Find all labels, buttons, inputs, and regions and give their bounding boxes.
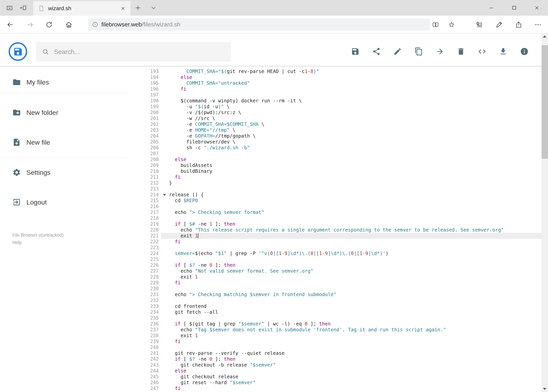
save-icon[interactable] — [351, 47, 360, 56]
code-line[interactable]: -e COMMIT_SHA=$COMMIT_SHA \ — [161, 121, 541, 127]
tab-preview-icon[interactable] — [5, 3, 14, 12]
code-line[interactable]: fi — [161, 174, 541, 180]
code-line[interactable]: fi — [161, 385, 541, 392]
code-line[interactable] — [161, 215, 541, 221]
set-tabs-aside-icon[interactable] — [19, 3, 28, 12]
site-info-icon[interactable] — [92, 21, 98, 28]
info-icon[interactable] — [520, 47, 529, 56]
scroll-down-icon[interactable] — [543, 388, 547, 390]
code-line[interactable]: -u "$(id -u)" \ — [161, 104, 541, 110]
search-box[interactable] — [36, 42, 231, 62]
new-tab-icon[interactable] — [133, 3, 142, 12]
code-line[interactable]: git fetch --all — [161, 309, 541, 315]
address-bar[interactable]: filebrowser.web/files/wizard.sh — [88, 18, 430, 30]
download-icon[interactable] — [499, 47, 507, 56]
move-icon[interactable] — [436, 47, 444, 56]
code-line[interactable]: echo "Tag $semver does not exist in subm… — [161, 327, 541, 333]
minimize-button[interactable] — [484, 2, 499, 14]
code-line[interactable]: else — [161, 157, 541, 162]
hub-icon[interactable] — [475, 20, 484, 29]
code-line[interactable]: $(command -v winpty) docker run --rm -it… — [161, 98, 541, 104]
page-scrollbar[interactable] — [541, 34, 548, 392]
tab-close-icon[interactable] — [120, 6, 126, 11]
code-line[interactable]: if [ $? -ne 0 ]; then — [161, 262, 541, 268]
close-button[interactable] — [529, 2, 545, 14]
code-line[interactable]: buildBinary — [161, 168, 541, 174]
sidebar-item-my-files[interactable]: My files — [0, 74, 126, 91]
code-line[interactable]: cd frontend — [161, 303, 541, 309]
code-line[interactable]: -e GOPATH=//tmp/gopath \ — [161, 133, 541, 139]
filebrowser-logo[interactable] — [9, 42, 27, 61]
code-line[interactable] — [161, 344, 541, 350]
code-line[interactable]: else — [161, 368, 541, 374]
code-line[interactable]: exit 1 — [161, 274, 541, 280]
scroll-up-icon[interactable] — [543, 35, 547, 38]
code-line[interactable] — [161, 186, 541, 192]
code-line[interactable]: release () { — [161, 192, 541, 198]
web-note-icon[interactable] — [495, 20, 503, 29]
code-line[interactable]: exit 1 — [161, 233, 541, 239]
code-line[interactable]: -e HOME="//tmp" \ — [161, 127, 541, 133]
code-line[interactable] — [161, 315, 541, 321]
sidebar-item-settings[interactable]: Settings — [0, 164, 126, 181]
sidebar-item-new-folder[interactable]: New folder — [0, 104, 126, 121]
code-line[interactable]: fi — [161, 86, 541, 92]
scrollbar-thumb[interactable] — [541, 45, 548, 159]
code-line[interactable]: -v /$(pwd):/src:z \ — [161, 110, 541, 115]
code-line[interactable]: cd $REPO — [161, 198, 541, 203]
code-line[interactable]: git rev-parse --verify --quiet release — [161, 350, 541, 356]
tab-list-chevron-icon[interactable] — [149, 3, 158, 12]
code-line[interactable]: -w //src \ — [161, 115, 541, 121]
delete-icon[interactable] — [457, 47, 465, 56]
code-line[interactable]: fi — [161, 239, 541, 245]
code-line[interactable] — [161, 151, 541, 157]
copy-icon[interactable] — [414, 47, 423, 56]
code-line[interactable]: buildAssets — [161, 162, 541, 168]
code-line[interactable]: filebrowser/dev \ — [161, 139, 541, 145]
code-line[interactable]: else — [161, 74, 541, 80]
code-line[interactable]: git reset --hard "$semver" — [161, 380, 541, 385]
share-file-icon[interactable] — [372, 47, 381, 56]
refresh-icon[interactable] — [45, 20, 53, 29]
code-line[interactable]: } — [161, 180, 541, 186]
code-line[interactable] — [161, 245, 541, 251]
code-line[interactable]: COMMIT_SHA="$(git rev-parse HEAD | cut -… — [161, 69, 541, 74]
reading-view-icon[interactable] — [431, 20, 440, 29]
code-line[interactable]: echo "This release script requires a sin… — [161, 227, 541, 233]
code-line[interactable] — [161, 203, 541, 210]
code-line[interactable] — [161, 92, 541, 98]
code-line[interactable]: semver=$(echo "$1" | grep -P '^v(0|[1-9]… — [161, 251, 541, 256]
help-link[interactable]: Help — [12, 239, 64, 246]
code-line[interactable] — [161, 256, 541, 262]
code-line[interactable]: COMMIT_SHA="untracked" — [161, 80, 541, 86]
code-editor[interactable]: 1931941951961971981992002012022032042052… — [142, 66, 541, 392]
code-line[interactable] — [161, 297, 541, 303]
sidebar-item-logout[interactable]: Logout — [0, 194, 126, 210]
back-icon[interactable] — [6, 20, 14, 29]
share-icon[interactable] — [514, 20, 523, 29]
code-line[interactable]: git checkout release — [161, 374, 541, 380]
code-line[interactable]: git checkout -b release "$semver" — [161, 362, 541, 368]
search-input[interactable] — [54, 48, 225, 56]
raw-viewer-icon[interactable] — [478, 47, 486, 56]
code-line[interactable] — [161, 286, 541, 292]
code-line[interactable]: fi — [161, 280, 541, 286]
code-line[interactable]: echo "> Checking matching $semver in fro… — [161, 292, 541, 297]
browser-tab[interactable]: wizard.sh — [33, 1, 131, 16]
home-icon[interactable] — [65, 20, 73, 29]
code-line[interactable]: fi — [161, 339, 541, 344]
url-path: /files/wizard.sh — [142, 21, 180, 28]
maximize-button[interactable] — [506, 2, 522, 14]
rename-icon[interactable] — [393, 47, 402, 56]
code-line[interactable]: exit 1 — [161, 333, 541, 339]
forward-icon[interactable] — [26, 20, 35, 29]
code-line[interactable]: sh -c "./wizard.sh -b" — [161, 145, 541, 151]
code-line[interactable]: if [ $(git tag | grep "$semver" | wc -l)… — [161, 321, 541, 327]
code-line[interactable]: if [ $? -ne 0 ]; then — [161, 356, 541, 362]
code-line[interactable]: if [ $# -ne 1 ]; then — [161, 221, 541, 227]
sidebar-item-new-file[interactable]: New file — [0, 134, 126, 151]
favorite-star-icon[interactable] — [447, 20, 456, 29]
code-line[interactable]: echo "> Checking semver format" — [161, 210, 541, 215]
more-options-icon[interactable] — [534, 20, 542, 29]
code-line[interactable]: echo "Not valid semver format. See semve… — [161, 268, 541, 274]
